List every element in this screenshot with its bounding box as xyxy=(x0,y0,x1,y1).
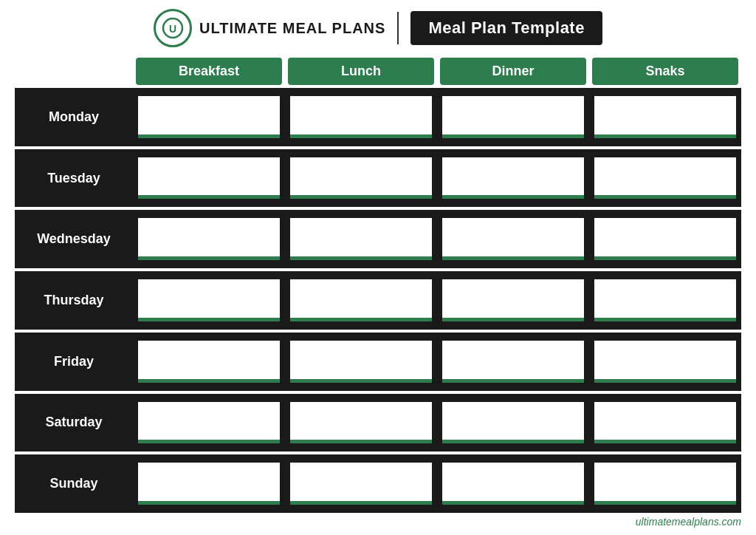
cell-saturday-breakfast[interactable] xyxy=(136,400,282,446)
col-header-dinner: Dinner xyxy=(440,58,586,85)
row-tuesday: Tuesday xyxy=(15,149,741,208)
cell-thursday-dinner[interactable] xyxy=(440,277,586,324)
column-headers: Breakfast Lunch Dinner Snaks xyxy=(15,58,741,85)
col-header-lunch: Lunch xyxy=(288,58,434,85)
cell-thursday-snaks[interactable] xyxy=(592,277,738,324)
cell-monday-dinner[interactable] xyxy=(440,94,586,140)
meal-table: Breakfast Lunch Dinner Snaks Monday Tues… xyxy=(15,58,741,513)
day-label-tuesday: Tuesday xyxy=(15,152,133,205)
page: U ULTIMATE MEAL PLANS Meal Plan Template… xyxy=(0,0,756,535)
day-label-wednesday: Wednesday xyxy=(15,213,133,265)
cell-tuesday-lunch[interactable] xyxy=(288,155,434,202)
cell-thursday-lunch[interactable] xyxy=(288,277,434,324)
logo-area: U ULTIMATE MEAL PLANS xyxy=(154,9,385,47)
day-label-friday: Friday xyxy=(15,335,133,388)
cell-saturday-lunch[interactable] xyxy=(288,400,434,446)
cell-wednesday-breakfast[interactable] xyxy=(136,216,282,262)
cell-saturday-dinner[interactable] xyxy=(440,400,586,446)
col-header-empty xyxy=(15,58,133,85)
cell-friday-snaks[interactable] xyxy=(592,338,738,385)
brand-name: ULTIMATE MEAL PLANS xyxy=(199,20,385,37)
cell-monday-lunch[interactable] xyxy=(288,94,434,140)
header-divider xyxy=(397,12,399,44)
row-monday: Monday xyxy=(15,88,741,146)
day-label-saturday: Saturday xyxy=(15,397,133,449)
logo-icon: U xyxy=(154,9,192,47)
cell-tuesday-snaks[interactable] xyxy=(592,155,738,202)
page-title: Meal Plan Template xyxy=(410,11,602,45)
cell-sunday-snaks[interactable] xyxy=(592,460,738,507)
cell-thursday-breakfast[interactable] xyxy=(136,277,282,324)
cell-friday-breakfast[interactable] xyxy=(136,338,282,385)
svg-text:U: U xyxy=(169,23,176,35)
cell-friday-lunch[interactable] xyxy=(288,338,434,385)
row-sunday: Sunday xyxy=(15,454,741,513)
day-label-monday: Monday xyxy=(15,91,133,143)
cell-monday-snaks[interactable] xyxy=(592,94,738,140)
cell-friday-dinner[interactable] xyxy=(440,338,586,385)
cell-sunday-breakfast[interactable] xyxy=(136,460,282,507)
row-thursday: Thursday xyxy=(15,271,741,330)
day-label-sunday: Sunday xyxy=(15,457,133,510)
day-label-thursday: Thursday xyxy=(15,274,133,327)
cell-wednesday-snaks[interactable] xyxy=(592,216,738,262)
row-wednesday: Wednesday xyxy=(15,210,741,268)
header: U ULTIMATE MEAL PLANS Meal Plan Template xyxy=(15,9,741,47)
footer: ultimatemealplans.com xyxy=(15,513,741,528)
row-saturday: Saturday xyxy=(15,394,741,452)
cell-sunday-lunch[interactable] xyxy=(288,460,434,507)
col-header-breakfast: Breakfast xyxy=(136,58,282,85)
cell-tuesday-breakfast[interactable] xyxy=(136,155,282,202)
row-friday: Friday xyxy=(15,333,741,391)
cell-tuesday-dinner[interactable] xyxy=(440,155,586,202)
cell-wednesday-lunch[interactable] xyxy=(288,216,434,262)
day-rows: Monday Tuesday Wednesday xyxy=(15,88,741,513)
website-url: ultimatemealplans.com xyxy=(636,516,741,528)
cell-monday-breakfast[interactable] xyxy=(136,94,282,140)
col-header-snaks: Snaks xyxy=(592,58,738,85)
cell-wednesday-dinner[interactable] xyxy=(440,216,586,262)
cell-sunday-dinner[interactable] xyxy=(440,460,586,507)
cell-saturday-snaks[interactable] xyxy=(592,400,738,446)
